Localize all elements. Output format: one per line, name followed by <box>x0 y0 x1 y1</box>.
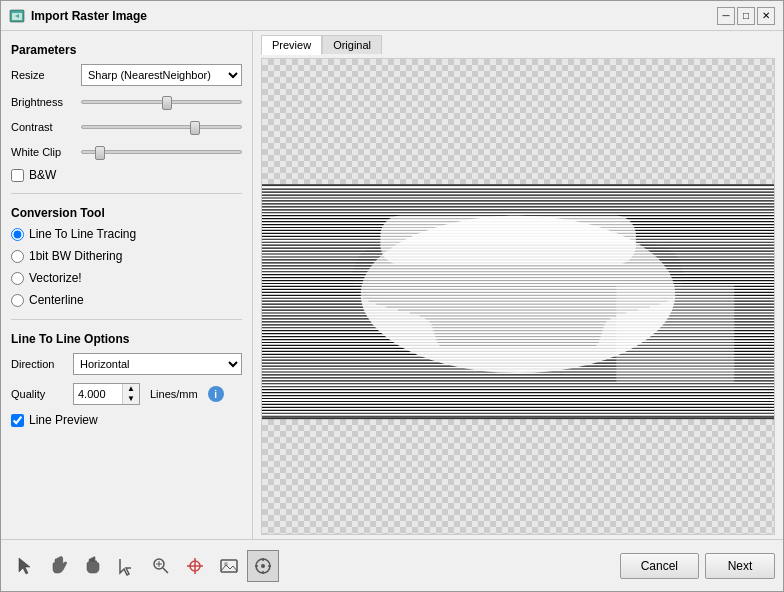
radio-label-1: Line To Line Tracing <box>29 227 136 241</box>
line-preview-checkbox[interactable] <box>11 414 24 427</box>
quality-row: Quality ▲ ▼ Lines/mm i <box>11 383 242 405</box>
bw-checkbox[interactable] <box>11 169 24 182</box>
whiteclip-label: White Clip <box>11 146 81 158</box>
radio-vectorize[interactable] <box>11 272 24 285</box>
toolbar-actions: Cancel Next <box>620 553 775 579</box>
radio-label-3: Vectorize! <box>29 271 82 285</box>
resize-control: Sharp (NearestNeighbor) Linear Smooth <box>81 64 242 86</box>
right-panel: Preview Original <box>253 31 783 539</box>
toolbar-icons <box>9 550 279 582</box>
svg-line-130 <box>163 568 168 573</box>
maximize-button[interactable]: □ <box>737 7 755 25</box>
whiteclip-thumb[interactable] <box>95 146 105 160</box>
minimize-button[interactable]: ─ <box>717 7 735 25</box>
brightness-row: Brightness <box>11 93 242 111</box>
bw-row: B&W <box>11 168 242 182</box>
close-button[interactable]: ✕ <box>757 7 775 25</box>
quality-info-icon[interactable]: i <box>208 386 224 402</box>
brightness-track <box>81 100 242 104</box>
contrast-slider-container <box>81 118 242 136</box>
window-icon <box>9 8 25 24</box>
line-preview-row: Line Preview <box>11 413 242 427</box>
main-content: Parameters Resize Sharp (NearestNeighbor… <box>1 31 783 539</box>
next-button[interactable]: Next <box>705 553 775 579</box>
conversion-section-label: Conversion Tool <box>11 206 242 220</box>
preview-area <box>261 58 775 535</box>
quality-input[interactable] <box>74 384 122 404</box>
whiteclip-track <box>81 150 242 154</box>
line-preview-label: Line Preview <box>29 413 98 427</box>
hand-pan-icon-btn[interactable] <box>43 550 75 582</box>
svg-rect-126 <box>616 284 734 382</box>
quality-spin: ▲ ▼ <box>122 384 139 404</box>
svg-rect-127 <box>380 215 636 264</box>
contrast-label: Contrast <box>11 121 81 133</box>
window-title: Import Raster Image <box>31 9 147 23</box>
line-options-section-label: Line To Line Options <box>11 332 242 346</box>
left-panel: Parameters Resize Sharp (NearestNeighbor… <box>1 31 253 539</box>
crosshair-icon-btn[interactable] <box>247 550 279 582</box>
preview-tabs: Preview Original <box>253 31 783 54</box>
svg-rect-136 <box>221 560 237 572</box>
radio-row-4: Centerline <box>11 293 242 307</box>
image-icon-btn[interactable] <box>213 550 245 582</box>
quality-spin-up[interactable]: ▲ <box>123 384 139 394</box>
direction-select[interactable]: Horizontal Vertical Diagonal <box>73 353 242 375</box>
svg-marker-128 <box>19 558 30 574</box>
grab-icon-btn[interactable] <box>77 550 109 582</box>
radio-label-4: Centerline <box>29 293 84 307</box>
radio-row-3: Vectorize! <box>11 271 242 285</box>
main-window: Import Raster Image ─ □ ✕ Parameters Res… <box>0 0 784 592</box>
resize-row: Resize Sharp (NearestNeighbor) Linear Sm… <box>11 64 242 86</box>
contrast-track <box>81 125 242 129</box>
hand-pan-icon <box>49 556 69 576</box>
cancel-button[interactable]: Cancel <box>620 553 699 579</box>
image-icon <box>219 556 239 576</box>
contrast-thumb[interactable] <box>190 121 200 135</box>
svg-point-139 <box>261 564 265 568</box>
quality-spin-down[interactable]: ▼ <box>123 394 139 404</box>
preview-image <box>261 184 775 419</box>
title-bar: Import Raster Image ─ □ ✕ <box>1 1 783 31</box>
pointer-icon <box>15 556 35 576</box>
quality-input-wrap: ▲ ▼ <box>73 383 140 405</box>
tab-preview[interactable]: Preview <box>261 35 322 55</box>
select-icon <box>117 556 137 576</box>
divider-1 <box>11 193 242 194</box>
radio-label-2: 1bit BW Dithering <box>29 249 122 263</box>
target-icon <box>185 556 205 576</box>
whiteclip-row: White Clip <box>11 143 242 161</box>
bw-label: B&W <box>29 168 56 182</box>
title-bar-left: Import Raster Image <box>9 8 147 24</box>
whiteclip-slider-container <box>81 143 242 161</box>
target-icon-btn[interactable] <box>179 550 211 582</box>
grab-icon <box>83 556 103 576</box>
resize-label: Resize <box>11 69 81 81</box>
resize-select[interactable]: Sharp (NearestNeighbor) Linear Smooth <box>81 64 242 86</box>
zoom-icon <box>151 556 171 576</box>
divider-2 <box>11 319 242 320</box>
quality-unit: Lines/mm <box>150 388 198 400</box>
brightness-thumb[interactable] <box>162 96 172 110</box>
radio-1bit[interactable] <box>11 250 24 263</box>
crosshair-icon <box>253 556 273 576</box>
zoom-icon-btn[interactable] <box>145 550 177 582</box>
radio-row-2: 1bit BW Dithering <box>11 249 242 263</box>
contrast-row: Contrast <box>11 118 242 136</box>
title-controls: ─ □ ✕ <box>717 7 775 25</box>
direction-label: Direction <box>11 358 67 370</box>
select-icon-btn[interactable] <box>111 550 143 582</box>
radio-line-tracing[interactable] <box>11 228 24 241</box>
bottom-toolbar: Cancel Next <box>1 539 783 591</box>
tab-original[interactable]: Original <box>322 35 382 54</box>
radio-centerline[interactable] <box>11 294 24 307</box>
quality-label: Quality <box>11 388 67 400</box>
parameters-section-label: Parameters <box>11 43 242 57</box>
line-tracing-svg <box>261 186 775 417</box>
pointer-icon-btn[interactable] <box>9 550 41 582</box>
radio-row-1: Line To Line Tracing <box>11 227 242 241</box>
direction-row: Direction Horizontal Vertical Diagonal <box>11 353 242 375</box>
brightness-label: Brightness <box>11 96 81 108</box>
brightness-slider-container <box>81 93 242 111</box>
